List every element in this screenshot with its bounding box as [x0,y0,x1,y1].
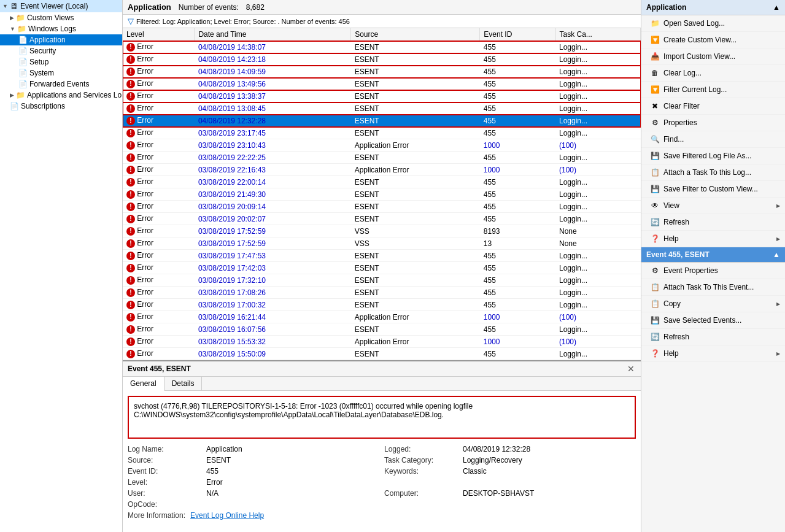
table-row[interactable]: ! Error03/08/2019 16:07:56ESENT455Loggin… [123,323,641,336]
table-row[interactable]: ! Error03/08/2019 21:49:30ESENT455Loggin… [123,188,641,201]
action-help-app[interactable]: ❓Help [641,231,785,247]
filter-current-log-label: Filter Current Log... [663,85,727,94]
source-cell: ESENT [351,78,480,90]
table-row[interactable]: ! Error03/08/2019 15:50:09ESENT455Loggin… [123,348,641,360]
table-row[interactable]: ! Error04/08/2019 13:08:45ESENT455Loggin… [123,102,641,115]
action-filter-current-log[interactable]: 🔽Filter Current Log... [641,82,785,98]
table-row[interactable]: ! Error04/08/2019 14:09:59ESENT455Loggin… [123,66,641,78]
table-row[interactable]: ! Error03/08/2019 17:42:03ESENT455Loggin… [123,262,641,274]
col-level[interactable]: Level [123,28,195,41]
log-icon-setup: 📄 [18,58,28,66]
action-refresh-event[interactable]: 🔄Refresh [641,329,785,345]
level-cell: ! Error [123,299,195,311]
table-row[interactable]: ! Error03/08/2019 20:02:07ESENT455Loggin… [123,213,641,225]
action-refresh-app[interactable]: 🔄Refresh [641,214,785,231]
log-name-value: Application [206,445,379,453]
date-cell: 04/08/2019 13:49:56 [195,78,351,90]
table-row[interactable]: ! Error04/08/2019 13:49:56ESENT455Loggin… [123,78,641,90]
table-row[interactable]: ! Error03/08/2019 23:17:45ESENT455Loggin… [123,127,641,139]
table-row[interactable]: ! Error03/08/2019 15:39:53ESENT455Login.… [123,360,641,361]
event-id-cell: 455 [480,53,555,66]
date-cell: 03/08/2019 17:52:59 [195,225,351,237]
action-event-properties[interactable]: ⚙Event Properties [641,263,785,279]
table-row[interactable]: ! Error03/08/2019 22:22:25ESENT455Loggin… [123,152,641,164]
tab-general[interactable]: General [123,377,164,391]
event-table-container[interactable]: Level Date and Time Source Event ID Task… [123,28,641,360]
action-save-filtered[interactable]: 💾Save Filtered Log File As... [641,148,785,164]
action-properties[interactable]: ⚙Properties [641,115,785,131]
import-custom-view-label: Import Custom View... [663,52,735,61]
table-row[interactable]: ! Error03/08/2019 22:00:14ESENT455Loggin… [123,176,641,188]
sidebar-item-subscriptions[interactable]: 📄 Subscriptions [0,101,122,112]
level-text: Error [137,214,153,223]
event-id-cell: 455 [480,348,555,360]
table-row[interactable]: ! Error03/08/2019 17:32:10ESENT455Loggin… [123,274,641,287]
table-row[interactable]: ! Error03/08/2019 17:52:59VSS8193None [123,225,641,237]
error-icon: ! [126,166,135,174]
sidebar-item-windows-logs[interactable]: ▼ 📁 Windows Logs [0,23,122,34]
action-create-custom-view[interactable]: 🔽Create Custom View... [641,32,785,48]
event-id-cell: 455 [480,323,555,336]
level-cell: ! Error [123,90,195,102]
table-row[interactable]: ! Error03/08/2019 16:21:44Application Er… [123,311,641,323]
col-task[interactable]: Task Ca... [555,28,641,41]
table-row[interactable]: ! Error03/08/2019 17:08:26ESENT455Loggin… [123,287,641,299]
col-event-id[interactable]: Event ID [480,28,555,41]
sidebar-item-event-viewer[interactable]: ▼ 🖥 Event Viewer (Local) [0,0,122,12]
table-row[interactable]: ! Error03/08/2019 20:09:14ESENT455Loggin… [123,201,641,213]
action-help-event[interactable]: ❓Help [641,345,785,362]
tab-details[interactable]: Details [164,377,203,390]
table-row[interactable]: ! Error04/08/2019 14:23:18ESENT455Loggin… [123,53,641,66]
table-row[interactable]: ! Error04/08/2019 12:32:28ESENT455Loggin… [123,115,641,127]
action-import-custom-view[interactable]: 📥Import Custom View... [641,48,785,65]
action-save-filter-custom[interactable]: 💾Save Filter to Custom View... [641,181,785,198]
task-cell: Loggin... [555,201,641,213]
sidebar-item-system[interactable]: 📄 System [0,67,122,79]
event-id-cell: 455 [480,90,555,102]
table-row[interactable]: ! Error04/08/2019 13:38:37ESENT455Loggin… [123,90,641,102]
action-clear-log[interactable]: 🗑Clear Log... [641,65,785,82]
sidebar-label-app-services: Applications and Services Lo... [27,91,123,99]
task-cell: None [555,237,641,250]
table-row[interactable]: ! Error03/08/2019 17:47:53ESENT455Loggin… [123,250,641,262]
actions-event-header[interactable]: Event 455, ESENT ▲ [641,247,785,263]
table-row[interactable]: ! Error03/08/2019 17:52:59VSS13None [123,237,641,250]
error-icon: ! [126,92,135,101]
action-copy[interactable]: 📋Copy [641,296,785,312]
action-attach-task[interactable]: 📋Attach a Task To this Log... [641,164,785,181]
task-cell: Loggin... [555,176,641,188]
sidebar-item-app-services[interactable]: ▶ 📁 Applications and Services Lo... [0,90,122,101]
sidebar-item-application[interactable]: 📄 Application [0,34,122,45]
action-view[interactable]: 👁View [641,198,785,214]
sidebar-item-custom-views[interactable]: ▶ 📁 Custom Views [0,12,122,23]
more-info-link[interactable]: Event Log Online Help [190,511,264,520]
sidebar-item-security[interactable]: 📄 Security [0,45,122,56]
filter-current-log-icon: 🔽 [650,85,660,94]
action-attach-task-event[interactable]: 📋Attach Task To This Event... [641,279,785,296]
table-row[interactable]: ! Error04/08/2019 14:38:07ESENT455Loggin… [123,41,641,53]
action-find[interactable]: 🔍Find... [641,131,785,148]
action-clear-filter[interactable]: ✖Clear Filter [641,98,785,115]
table-row[interactable]: ! Error03/08/2019 15:53:32Application Er… [123,336,641,348]
col-date[interactable]: Date and Time [195,28,351,41]
attach-task-event-label: Attach Task To This Event... [663,283,754,291]
col-source[interactable]: Source [351,28,480,41]
sidebar-item-forwarded-events[interactable]: 📄 Forwarded Events [0,79,122,90]
table-row[interactable]: ! Error03/08/2019 22:16:43Application Er… [123,164,641,176]
action-save-selected[interactable]: 💾Save Selected Events... [641,312,785,329]
folder-icon-winlogs: 📁 [17,25,26,33]
action-open-saved-log[interactable]: 📁Open Saved Log... [641,15,785,32]
table-row[interactable]: ! Error03/08/2019 23:10:43Application Er… [123,139,641,152]
date-cell: 03/08/2019 17:00:32 [195,299,351,311]
actions-app-title: Application [646,3,686,12]
actions-app-header[interactable]: Application ▲ [641,0,785,15]
event-id-cell: 455 [480,250,555,262]
sidebar-label-system: System [29,69,54,77]
task-cell: Loggin... [555,188,641,201]
sidebar-item-setup[interactable]: 📄 Setup [0,56,122,67]
table-row[interactable]: ! Error03/08/2019 17:00:32ESENT455Loggin… [123,299,641,311]
level-cell: ! Error [123,274,195,287]
detail-header: Event 455, ESENT ✕ [123,361,641,377]
detail-close-button[interactable]: ✕ [626,364,636,374]
task-cell: Loggin... [555,323,641,336]
